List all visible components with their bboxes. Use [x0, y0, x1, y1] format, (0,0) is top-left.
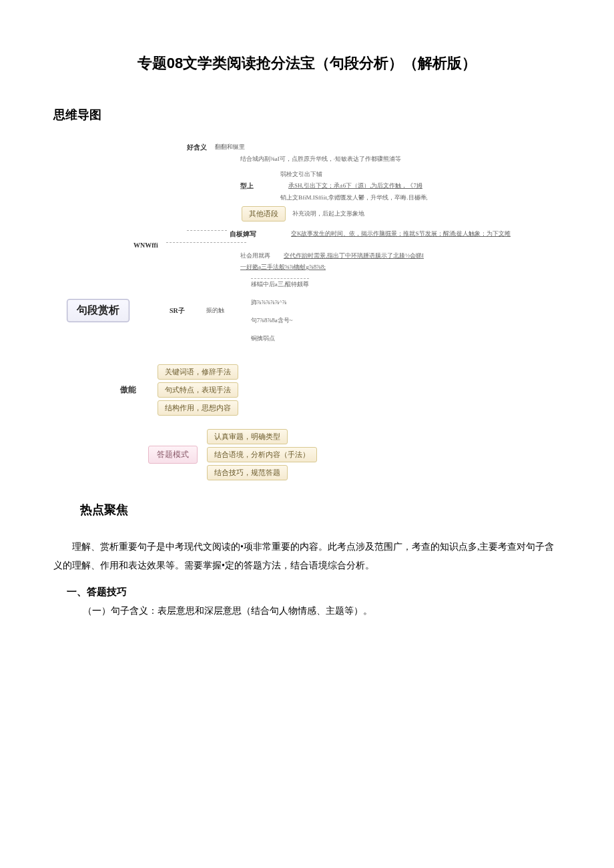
answer-mode-box: 答题模式	[148, 446, 198, 464]
mm-meaning-detail: 翻翻和辗里	[215, 143, 245, 151]
mm-sent-c: 句7⅞8⅞8a含号~	[251, 316, 293, 325]
skill-box-2: 句式特点，表现手法	[158, 382, 238, 398]
other-detail: 补充说明，后起上文形象地	[292, 209, 364, 218]
mm-nature-label: 自板婢写	[230, 230, 256, 239]
mm-theme-detail: 结合城内副⅜aI可，点胜原升华线，·短敏表达了作都骤熊浦等	[240, 155, 401, 163]
mm-nature-detail: 交K故事发生的时间、依，揭示作脑掘景；推就S节发展；醒涌;徙人触象；为下文雎	[291, 230, 511, 238]
answer-box-1: 认真审题，明确类型	[207, 429, 288, 444]
mindmap-header: 思维导图	[53, 107, 574, 123]
answer-box-2: 结合语境，分析内容（手法）	[207, 447, 317, 462]
mm-sentence-label: SR子	[170, 306, 185, 316]
mm-struct-c: 销上文BfiM.ISffiit,拿赠匮发人鬱，升华线，卒晦.目樾蒂,	[280, 193, 428, 202]
mm-social-detail: 交代作跆时需景,指出丁中环璃腫语膜示了北膝½会睇I	[284, 252, 424, 260]
main-box: 句段赏析	[67, 299, 129, 322]
mm-social-label: WNWffi	[133, 242, 158, 249]
mm-struct-label: 型上	[240, 181, 254, 191]
intro-paragraph: 理解、赏析重要句子是中考现代文阅读的•项非常重要的内容。此考点涉及范围广，考查的…	[53, 538, 561, 575]
mm-sentence-sub: 振的触	[206, 306, 224, 315]
mm-meaning-label: 好含义	[187, 143, 207, 152]
heading-tips: 一、答题技巧	[67, 586, 574, 598]
mm-struct-a: 弱栓文引出下辅	[280, 170, 322, 179]
skill-box-3: 结构作用，思想内容	[158, 400, 238, 416]
connector-line-2	[166, 242, 246, 243]
sub-meaning: （一）句子含义：表层意思和深层意思（结合句人物情感、主题等）。	[83, 605, 574, 617]
other-box: 其他语段	[242, 206, 286, 222]
mm-sent-b: 斾⅞⅞⅞⅞⅞^⅞	[251, 298, 287, 307]
hotspot-header: 热点聚焦	[80, 502, 574, 518]
mindmap-area: 好含义 翻翻和辗里 结合城内副⅜aI可，点胜原升华线，·短敏表达了作都骤熊浦等 …	[67, 143, 574, 482]
skill-label: 傲能	[120, 384, 136, 396]
mm-struct-b: 承SH,引出下文；承±6下（源）,为后文作触，《7姆	[288, 181, 422, 190]
page-title: 专题08文学类阅读抢分法宝（句段分析）（解析版）	[40, 53, 574, 73]
answer-box-3: 结合技巧，规范答题	[207, 465, 288, 480]
mm-social-sub: 社会用就再	[240, 252, 270, 260]
mm-tech: 一好赂a三手法般⅝⅞镝献g⅞8⅞8;	[240, 263, 326, 272]
connector-line	[187, 230, 227, 231]
skill-box-1: 关键词语，修辞手法	[158, 364, 238, 380]
mm-sent-d: 锏擒弱点	[251, 334, 275, 343]
mm-sent-a: 移蝠中后a三,醌特颇尊	[251, 278, 309, 289]
